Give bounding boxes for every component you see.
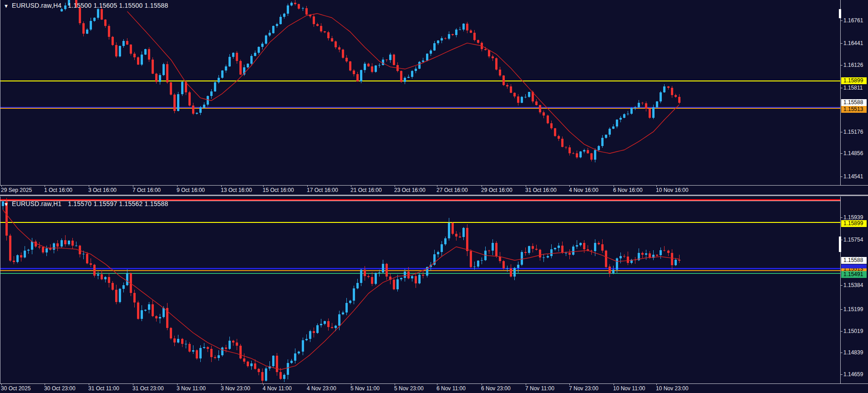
h4-time-label[interactable]: 17 Oct 16:00 — [307, 187, 338, 193]
h1-time-label[interactable]: 5 Nov 11:00 — [350, 385, 380, 392]
h1-chart-layer[interactable] — [0, 198, 840, 385]
h4-price-label[interactable]: 1.15176 — [843, 129, 867, 135]
h4-time-label[interactable]: 3 Oct 16:00 — [88, 187, 117, 193]
h1-time-label[interactable]: 10 Nov 11:00 — [613, 385, 645, 392]
h4-time-label[interactable]: 7 Oct 16:00 — [132, 187, 161, 193]
h4-time-label[interactable]: 6 Nov 16:00 — [613, 187, 643, 193]
h1-price-badge[interactable]: 1.15588 — [841, 257, 867, 264]
h4-time-label[interactable]: 27 Oct 16:00 — [437, 187, 468, 193]
h1-blue-level-line[interactable] — [0, 268, 840, 269]
h1-yellow-resistance-line[interactable] — [0, 222, 840, 223]
h1-chart-title: ▼EURUSD.raw,H11.15570 1.15597 1.15562 1.… — [4, 200, 168, 207]
h4-time-label[interactable]: 29 Sep 2025 — [1, 187, 32, 193]
h1-price-badge[interactable]: 1.15491 — [841, 271, 867, 278]
h4-chart-title: ▼EURUSD.raw,H41.15500 1.15605 1.15500 1.… — [4, 2, 168, 9]
h4-left-border — [0, 0, 0, 186]
h4-time-label[interactable]: 21 Oct 16:00 — [350, 187, 382, 193]
h1-time-label[interactable]: 30 Oct 2025 — [1, 385, 30, 392]
h1-time-label[interactable]: 6 Nov 23:00 — [481, 385, 511, 392]
h1-time-label[interactable]: 31 Oct 23:00 — [132, 385, 164, 392]
h1-price-badge[interactable] — [841, 264, 867, 268]
h1-price-label[interactable]: 1.15754 — [843, 237, 867, 243]
h4-price-label[interactable]: 1.16441 — [843, 40, 867, 46]
h4-price-label[interactable]: 1.16126 — [843, 62, 867, 68]
h1-time-label[interactable]: 5 Nov 23:00 — [394, 385, 424, 392]
h1-time-axis-border — [0, 383, 868, 384]
h4-price-badge[interactable]: 1.15899 — [841, 77, 867, 84]
h4-time-label[interactable]: 4 Nov 16:00 — [569, 187, 599, 193]
h4-orange-support-line[interactable] — [0, 108, 840, 109]
h1-price-label[interactable]: 1.15019 — [843, 328, 867, 334]
h4-time-label[interactable]: 31 Oct 16:00 — [525, 187, 557, 193]
h4-yellow-resistance-line[interactable] — [0, 81, 840, 81]
h4-chart-layer[interactable] — [0, 0, 840, 162]
h1-time-label[interactable]: 3 Nov 11:00 — [177, 385, 206, 392]
h4-scale-thumb[interactable] — [839, 9, 841, 18]
h1-time-label[interactable]: 31 Oct 11:00 — [88, 385, 119, 392]
panel-separator[interactable] — [0, 195, 868, 196]
h1-price-label[interactable]: 1.14839 — [843, 349, 867, 356]
h1-price-label[interactable]: 1.15199 — [843, 306, 867, 312]
h4-price-badge[interactable]: 1.15513 — [841, 106, 867, 113]
symbol-timeframe-label: EURUSD.raw,H4 — [12, 2, 61, 9]
charts-canvas[interactable] — [0, 0, 868, 393]
h4-price-label[interactable]: 1.14856 — [843, 150, 867, 156]
chart-dropdown-icon[interactable]: ▼ — [4, 202, 9, 207]
h1-time-label[interactable]: 4 Nov 11:00 — [263, 385, 292, 392]
h1-candles — [2, 198, 680, 385]
h1-ma-line[interactable] — [3, 210, 680, 370]
h4-time-label[interactable]: 1 Oct 16:00 — [44, 187, 72, 193]
h1-axis-border[interactable] — [840, 196, 841, 384]
ohlc-readout: 1.15500 1.15605 1.15500 1.15588 — [68, 2, 168, 9]
h1-price-label[interactable]: 1.14659 — [843, 371, 867, 378]
h4-time-label[interactable]: 23 Oct 16:00 — [394, 187, 426, 193]
h1-scale-thumb[interactable] — [839, 237, 841, 252]
h1-time-label[interactable]: 3 Nov 23:00 — [221, 385, 250, 392]
h4-time-label[interactable]: 9 Oct 16:00 — [177, 187, 205, 193]
h4-price-label[interactable]: 1.16761 — [843, 17, 867, 24]
h4-price-label[interactable]: 1.14541 — [843, 173, 867, 180]
chart-dropdown-icon[interactable]: ▼ — [4, 3, 9, 9]
h4-price-label[interactable]: 1.15811 — [843, 85, 867, 91]
h1-green-support-line[interactable] — [0, 273, 840, 274]
symbol-timeframe-label: EURUSD.raw,H1 — [12, 200, 61, 207]
h1-time-label[interactable]: 30 Oct 23:00 — [44, 385, 76, 392]
h1-price-badge[interactable]: 1.15899 — [841, 220, 867, 227]
h1-time-label[interactable]: 7 Nov 11:00 — [525, 385, 554, 392]
h4-time-label[interactable]: 29 Oct 16:00 — [481, 187, 513, 193]
h1-time-label[interactable]: 7 Nov 23:00 — [569, 385, 599, 392]
h4-time-axis-border — [0, 185, 868, 186]
h1-price-label[interactable]: 1.15384 — [843, 282, 867, 288]
h4-time-label[interactable]: 15 Oct 16:00 — [263, 187, 294, 193]
h1-time-label[interactable]: 10 Nov 23:00 — [656, 385, 688, 392]
h1-time-label[interactable]: 4 Nov 23:00 — [307, 385, 336, 392]
ohlc-readout: 1.15570 1.15597 1.15562 1.15588 — [68, 200, 168, 207]
h4-axis-border[interactable] — [840, 0, 841, 186]
h4-time-label[interactable]: 10 Nov 16:00 — [656, 187, 688, 193]
h4-ma-line[interactable] — [127, 11, 680, 153]
h1-time-label[interactable]: 6 Nov 11:00 — [437, 385, 466, 392]
mt-chart-workspace: ▼EURUSD.raw,H41.15500 1.15605 1.15500 1.… — [0, 0, 868, 393]
h1-orange-support-line[interactable] — [0, 270, 840, 271]
h4-price-badge[interactable]: 1.15588 — [841, 99, 867, 106]
h1-price-label[interactable]: 1.15939 — [843, 214, 867, 221]
h4-time-label[interactable]: 13 Oct 16:00 — [221, 187, 252, 193]
h1-left-border — [0, 196, 0, 384]
